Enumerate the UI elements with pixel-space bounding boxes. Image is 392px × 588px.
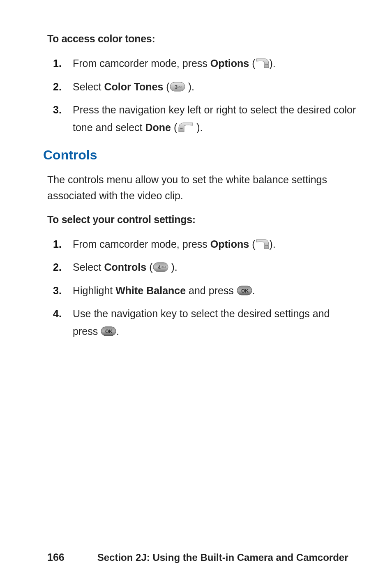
list-item: 2. Select Controls ( 4 GHI ).	[53, 258, 357, 276]
svg-text:DEF: DEF	[178, 85, 183, 88]
list-item: 4. Use the navigation key to select the …	[53, 305, 357, 340]
steps-controls: 1. From camcorder mode, press Options ( …	[53, 235, 357, 340]
page-number: 166	[47, 551, 65, 563]
svg-point-2	[267, 64, 268, 65]
svg-point-11	[267, 245, 268, 246]
step-body: Select Controls ( 4 GHI ).	[73, 258, 357, 276]
step-body: Select Color Tones ( 3 DEF ).	[73, 78, 357, 96]
controls-description: The controls menu allow you to set the w…	[47, 172, 357, 204]
ok-key-icon: OK	[237, 286, 252, 295]
list-item: 1. From camcorder mode, press Options ( …	[53, 55, 357, 72]
svg-text:3: 3	[175, 84, 178, 90]
subheading-access-color-tones: To access color tones:	[47, 33, 357, 45]
step-number: 1.	[53, 55, 73, 72]
subheading-select-control-settings: To select your control settings:	[47, 214, 357, 226]
step-number: 2.	[53, 78, 73, 96]
step-body: From camcorder mode, press Options ( ).	[73, 235, 357, 253]
svg-point-9	[265, 245, 266, 246]
svg-point-0	[265, 64, 266, 65]
step-number: 1.	[53, 235, 73, 253]
svg-text:4: 4	[158, 264, 161, 270]
svg-point-6	[180, 128, 181, 129]
steps-color-tones: 1. From camcorder mode, press Options ( …	[53, 55, 357, 136]
step-body: Press the navigation key left or right t…	[73, 101, 357, 136]
softkey-right-icon	[256, 58, 270, 69]
list-item: 2. Select Color Tones ( 3 DEF ).	[53, 78, 357, 96]
numkey-3-icon: 3 DEF	[170, 82, 185, 92]
svg-point-10	[266, 245, 267, 246]
step-number: 3.	[53, 282, 73, 300]
step-body: Highlight White Balance and press OK .	[73, 282, 357, 300]
step-body: From camcorder mode, press Options ( ).	[73, 55, 357, 72]
numkey-4-icon: 4 GHI	[153, 262, 168, 272]
ok-key-icon: OK	[101, 326, 116, 336]
softkey-left-icon	[177, 122, 194, 133]
list-item: 3. Highlight White Balance and press OK …	[53, 282, 357, 300]
section-heading-controls: Controls	[43, 148, 357, 163]
svg-text:GHI: GHI	[161, 266, 166, 268]
step-body: Use the navigation key to select the des…	[73, 305, 357, 340]
step-number: 3.	[53, 101, 73, 136]
section-label: Section 2J: Using the Built-in Camera an…	[97, 552, 348, 563]
svg-point-8	[182, 128, 183, 129]
svg-text:OK: OK	[241, 288, 249, 294]
svg-point-1	[266, 64, 267, 65]
manual-page: To access color tones: 1. From camcorder…	[0, 0, 392, 588]
svg-point-7	[181, 128, 182, 129]
softkey-right-icon	[256, 239, 270, 249]
list-item: 3. Press the navigation key left or righ…	[53, 101, 357, 136]
page-footer: 166 Section 2J: Using the Built-in Camer…	[47, 551, 357, 563]
svg-text:OK: OK	[105, 329, 113, 334]
list-item: 1. From camcorder mode, press Options ( …	[53, 235, 357, 253]
step-number: 2.	[53, 258, 73, 276]
step-number: 4.	[53, 305, 73, 340]
